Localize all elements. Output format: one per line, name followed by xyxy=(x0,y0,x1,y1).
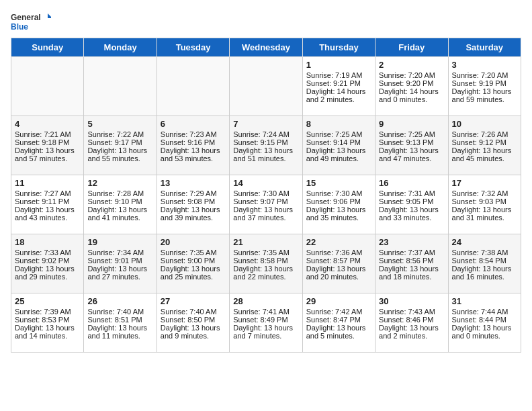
calendar-cell: 23Sunrise: 7:37 AMSunset: 8:56 PMDayligh… xyxy=(375,234,448,293)
cell-content-line: and 57 minutes. xyxy=(15,154,80,163)
cell-content-line: Daylight: 13 hours xyxy=(452,324,517,332)
cell-content-line: and 59 minutes. xyxy=(452,95,517,103)
cell-content-line: and 31 minutes. xyxy=(452,214,517,222)
cell-content-line: Daylight: 13 hours xyxy=(87,146,152,154)
cell-content-line: Sunset: 8:54 PM xyxy=(452,257,517,265)
calendar-cell: 16Sunrise: 7:31 AMSunset: 9:05 PMDayligh… xyxy=(375,175,448,234)
day-number: 22 xyxy=(306,237,371,247)
cell-content-line: Sunset: 9:16 PM xyxy=(161,138,226,146)
cell-content-line: Daylight: 13 hours xyxy=(233,265,298,273)
day-number: 29 xyxy=(306,296,371,306)
cell-content-line: Sunset: 9:14 PM xyxy=(306,138,371,146)
cell-content-line: Daylight: 13 hours xyxy=(161,146,226,154)
cell-content-line: Sunset: 8:49 PM xyxy=(233,316,298,324)
calendar-cell: 3Sunrise: 7:20 AMSunset: 9:19 PMDaylight… xyxy=(448,57,521,116)
cell-content-line: Sunset: 8:50 PM xyxy=(161,316,226,324)
day-number: 7 xyxy=(233,119,298,129)
day-number: 10 xyxy=(452,119,517,129)
cell-content-line: Sunrise: 7:43 AM xyxy=(379,308,444,316)
day-number: 20 xyxy=(161,237,226,247)
calendar-cell: 30Sunrise: 7:43 AMSunset: 8:46 PMDayligh… xyxy=(375,293,448,353)
cell-content-line: and 11 minutes. xyxy=(87,332,152,340)
weekday-header-wednesday: Wednesday xyxy=(230,38,302,57)
cell-content-line: and 20 minutes. xyxy=(306,273,371,281)
cell-content-line: Sunset: 9:13 PM xyxy=(379,138,444,146)
cell-content-line: Sunset: 8:51 PM xyxy=(87,316,152,324)
cell-content-line: Sunrise: 7:33 AM xyxy=(15,248,80,257)
cell-content-line: Daylight: 13 hours xyxy=(452,205,517,214)
weekday-header-thursday: Thursday xyxy=(302,38,375,57)
cell-content-line: and 39 minutes. xyxy=(161,214,226,222)
cell-content-line: Sunrise: 7:35 AM xyxy=(161,248,226,257)
day-number: 16 xyxy=(379,178,444,188)
day-number: 3 xyxy=(452,60,517,70)
calendar-week-2: 4Sunrise: 7:21 AMSunset: 9:18 PMDaylight… xyxy=(11,116,521,175)
calendar-week-1: 1Sunrise: 7:19 AMSunset: 9:21 PMDaylight… xyxy=(11,57,521,116)
cell-content-line: Sunset: 9:12 PM xyxy=(452,138,517,146)
calendar-cell: 7Sunrise: 7:24 AMSunset: 9:15 PMDaylight… xyxy=(230,116,302,175)
cell-content-line: Sunrise: 7:25 AM xyxy=(306,130,371,138)
cell-content-line: Sunrise: 7:40 AM xyxy=(161,308,226,316)
cell-content-line: Daylight: 13 hours xyxy=(161,265,226,273)
logo-svg: General Blue xyxy=(11,11,51,32)
cell-content-line: Daylight: 13 hours xyxy=(161,205,226,214)
day-number: 30 xyxy=(379,296,444,306)
calendar-cell: 31Sunrise: 7:44 AMSunset: 8:44 PMDayligh… xyxy=(448,293,521,353)
cell-content-line: and 27 minutes. xyxy=(87,273,152,281)
day-number: 27 xyxy=(161,296,226,306)
calendar-cell: 4Sunrise: 7:21 AMSunset: 9:18 PMDaylight… xyxy=(11,116,84,175)
cell-content-line: Daylight: 14 hours xyxy=(306,87,371,95)
calendar-cell: 18Sunrise: 7:33 AMSunset: 9:02 PMDayligh… xyxy=(11,234,84,293)
cell-content-line: Daylight: 13 hours xyxy=(379,205,444,214)
cell-content-line: Daylight: 13 hours xyxy=(306,324,371,332)
weekday-header-saturday: Saturday xyxy=(448,38,521,57)
day-number: 15 xyxy=(306,178,371,188)
cell-content-line: Sunrise: 7:22 AM xyxy=(87,130,152,138)
calendar-cell xyxy=(84,57,157,116)
day-number: 31 xyxy=(452,296,517,306)
cell-content-line: Sunrise: 7:27 AM xyxy=(15,189,80,197)
svg-text:Blue: Blue xyxy=(11,22,28,32)
cell-content-line: and 2 minutes. xyxy=(306,95,371,103)
cell-content-line: and 45 minutes. xyxy=(452,154,517,163)
weekday-header-monday: Monday xyxy=(84,38,157,57)
cell-content-line: Sunrise: 7:41 AM xyxy=(233,308,298,316)
cell-content-line: and 41 minutes. xyxy=(87,214,152,222)
calendar-cell: 13Sunrise: 7:29 AMSunset: 9:08 PMDayligh… xyxy=(157,175,229,234)
day-number: 18 xyxy=(15,237,80,247)
cell-content-line: Daylight: 13 hours xyxy=(15,324,80,332)
cell-content-line: and 22 minutes. xyxy=(233,273,298,281)
cell-content-line: Sunrise: 7:29 AM xyxy=(161,189,226,197)
day-number: 2 xyxy=(379,60,444,70)
calendar-cell xyxy=(11,57,84,116)
day-number: 25 xyxy=(15,296,80,306)
cell-content-line: Sunset: 9:08 PM xyxy=(161,197,226,205)
cell-content-line: and 0 minutes. xyxy=(379,95,444,103)
calendar-cell: 1Sunrise: 7:19 AMSunset: 9:21 PMDaylight… xyxy=(302,57,375,116)
cell-content-line: Sunrise: 7:37 AM xyxy=(379,248,444,257)
day-number: 12 xyxy=(87,178,152,188)
weekday-header-row: SundayMondayTuesdayWednesdayThursdayFrid… xyxy=(11,38,521,57)
day-number: 14 xyxy=(233,178,298,188)
cell-content-line: Daylight: 13 hours xyxy=(15,205,80,214)
cell-content-line: Sunrise: 7:19 AM xyxy=(306,71,371,79)
cell-content-line: and 18 minutes. xyxy=(379,273,444,281)
cell-content-line: Sunrise: 7:25 AM xyxy=(379,130,444,138)
day-number: 23 xyxy=(379,237,444,247)
day-number: 17 xyxy=(452,178,517,188)
calendar-cell: 12Sunrise: 7:28 AMSunset: 9:10 PMDayligh… xyxy=(84,175,157,234)
cell-content-line: Sunrise: 7:30 AM xyxy=(306,189,371,197)
calendar-cell: 14Sunrise: 7:30 AMSunset: 9:07 PMDayligh… xyxy=(230,175,302,234)
calendar-cell: 26Sunrise: 7:40 AMSunset: 8:51 PMDayligh… xyxy=(84,293,157,353)
svg-text:General: General xyxy=(11,13,41,22)
cell-content-line: Sunrise: 7:20 AM xyxy=(379,71,444,79)
cell-content-line: and 16 minutes. xyxy=(452,273,517,281)
cell-content-line: Sunset: 9:07 PM xyxy=(233,197,298,205)
cell-content-line: Daylight: 13 hours xyxy=(452,146,517,154)
cell-content-line: and 25 minutes. xyxy=(161,273,226,281)
calendar-cell: 6Sunrise: 7:23 AMSunset: 9:16 PMDaylight… xyxy=(157,116,229,175)
cell-content-line: Daylight: 13 hours xyxy=(233,146,298,154)
calendar-cell: 2Sunrise: 7:20 AMSunset: 9:20 PMDaylight… xyxy=(375,57,448,116)
cell-content-line: Daylight: 13 hours xyxy=(306,265,371,273)
cell-content-line: Sunset: 8:56 PM xyxy=(379,257,444,265)
